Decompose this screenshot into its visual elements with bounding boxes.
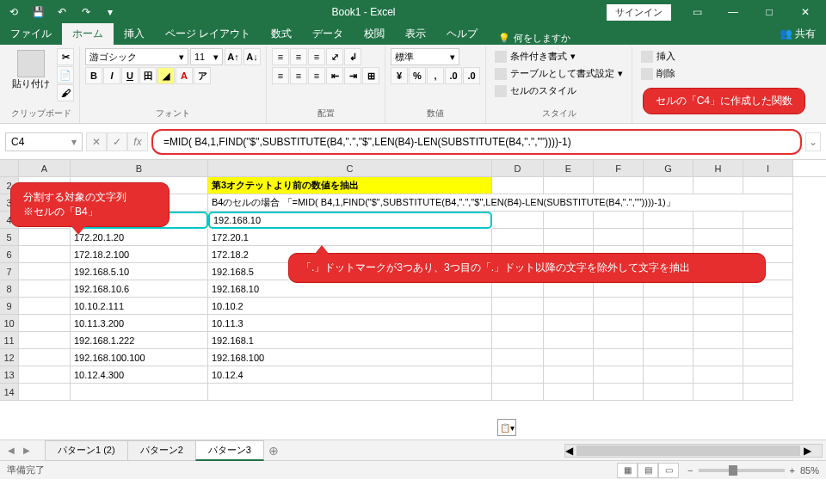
cell-F9[interactable] <box>594 298 644 315</box>
underline-button[interactable]: U <box>121 67 139 84</box>
cell-H13[interactable] <box>693 366 743 384</box>
row-header[interactable]: 11 <box>0 332 19 349</box>
cell-F8[interactable] <box>594 280 644 298</box>
cell-B13[interactable]: 10.12.4.300 <box>71 366 208 384</box>
wrap-text-icon[interactable]: ↲ <box>344 48 361 65</box>
sheet-nav-next-icon[interactable]: ▶ <box>19 443 34 458</box>
zoom-slider[interactable] <box>699 469 785 472</box>
column-header-D[interactable]: D <box>492 160 544 176</box>
cell-A6[interactable] <box>19 246 71 263</box>
column-header-F[interactable]: F <box>594 160 644 176</box>
copy-icon[interactable]: 📄 <box>57 66 74 83</box>
cell-D13[interactable] <box>492 366 544 384</box>
redo-icon[interactable]: ↷ <box>76 3 96 22</box>
row-header[interactable]: 5 <box>0 229 19 246</box>
cell-A13[interactable] <box>19 366 71 384</box>
cell-E8[interactable] <box>544 280 594 298</box>
percent-icon[interactable]: % <box>409 67 426 84</box>
bold-button[interactable]: B <box>85 67 102 84</box>
increase-font-icon[interactable]: A↑ <box>225 48 242 65</box>
align-middle-icon[interactable]: ≡ <box>290 48 307 65</box>
italic-button[interactable]: I <box>103 67 120 84</box>
cell-H11[interactable] <box>693 332 743 349</box>
cell-C10[interactable]: 10.11.3 <box>208 315 492 332</box>
orientation-icon[interactable]: ⤢ <box>326 48 343 65</box>
align-center-icon[interactable]: ≡ <box>290 67 307 84</box>
ribbon-display-icon[interactable]: ▭ <box>680 0 714 24</box>
align-bottom-icon[interactable]: ≡ <box>308 48 325 65</box>
cell-D12[interactable] <box>492 349 544 366</box>
cell-G12[interactable] <box>644 349 693 366</box>
normal-view-icon[interactable]: ▦ <box>617 463 638 478</box>
autosave-toggle[interactable]: ⟲ <box>3 3 24 22</box>
cell-B11[interactable]: 192.168.1.222 <box>71 332 208 349</box>
insert-cells-button[interactable]: 挿入 <box>638 48 679 65</box>
column-header-B[interactable]: B <box>71 160 208 176</box>
fill-color-button[interactable]: ◢ <box>157 67 175 84</box>
row-header[interactable]: 6 <box>0 246 19 263</box>
cell-E10[interactable] <box>544 315 594 332</box>
cell-A10[interactable] <box>19 315 71 332</box>
cell-G14[interactable] <box>644 384 693 401</box>
cell-E12[interactable] <box>544 349 594 366</box>
cell-A7[interactable] <box>19 263 71 280</box>
decrease-indent-icon[interactable]: ⇤ <box>326 67 343 84</box>
align-right-icon[interactable]: ≡ <box>308 67 325 84</box>
cut-icon[interactable]: ✂ <box>57 48 74 65</box>
cell-F4[interactable] <box>594 212 644 229</box>
minimize-icon[interactable]: — <box>716 0 750 24</box>
formula-bar[interactable]: =MID( B4,1,FIND("$",SUBSTITUTE(B4,".","$… <box>151 129 802 155</box>
tab-formulas[interactable]: 数式 <box>261 23 302 45</box>
horizontal-scrollbar[interactable]: ◀▶ <box>564 444 823 458</box>
pagebreak-view-icon[interactable]: ▭ <box>658 463 679 478</box>
cell-A14[interactable] <box>19 384 71 401</box>
cell-C11[interactable]: 192.168.1 <box>208 332 492 349</box>
cell-F2[interactable] <box>594 177 644 194</box>
sheet-nav-prev-icon[interactable]: ◀ <box>3 443 19 458</box>
paste-button[interactable]: 貼り付け <box>9 48 53 92</box>
cell-B12[interactable]: 192.168.100.100 <box>71 349 208 366</box>
tab-view[interactable]: 表示 <box>395 23 436 45</box>
pagelayout-view-icon[interactable]: ▤ <box>638 463 658 478</box>
column-header-C[interactable]: C <box>208 160 492 176</box>
cell-G4[interactable] <box>644 212 693 229</box>
comma-icon[interactable]: , <box>427 67 444 84</box>
cell-D11[interactable] <box>492 332 544 349</box>
sheet-tab[interactable]: パターン1 (2) <box>45 440 128 461</box>
font-name-select[interactable]: 游ゴシック▾ <box>85 48 188 65</box>
share-button[interactable]: 👥 共有 <box>769 23 826 45</box>
cell-I5[interactable] <box>743 229 793 246</box>
conditional-format-button[interactable]: 条件付き書式▾ <box>491 48 579 65</box>
align-top-icon[interactable]: ≡ <box>272 48 289 65</box>
cell-E5[interactable] <box>544 229 594 246</box>
cell-G8[interactable] <box>644 280 693 298</box>
tab-review[interactable]: 校閲 <box>354 23 395 45</box>
row-header[interactable]: 8 <box>0 280 19 298</box>
cell-B6[interactable]: 172.18.2.100 <box>71 246 208 263</box>
cell-C13[interactable]: 10.12.4 <box>208 366 492 384</box>
cell-H10[interactable] <box>693 315 743 332</box>
tab-pagelayout[interactable]: ページ レイアウト <box>155 23 261 45</box>
select-all-corner[interactable] <box>0 160 19 176</box>
cell-G10[interactable] <box>644 315 693 332</box>
cell-B8[interactable]: 192.168.10.6 <box>71 280 208 298</box>
align-left-icon[interactable]: ≡ <box>272 67 289 84</box>
close-icon[interactable]: ✕ <box>788 0 823 24</box>
column-header-I[interactable]: I <box>743 160 793 176</box>
maximize-icon[interactable]: □ <box>752 0 786 24</box>
cell-I2[interactable] <box>743 177 793 194</box>
increase-indent-icon[interactable]: ⇥ <box>344 67 361 84</box>
cell-A12[interactable] <box>19 349 71 366</box>
cancel-formula-icon[interactable]: ✕ <box>86 132 107 151</box>
tab-help[interactable]: ヘルプ <box>436 23 488 45</box>
row-header[interactable]: 12 <box>0 349 19 366</box>
cell-H4[interactable] <box>693 212 743 229</box>
cell-F12[interactable] <box>594 349 644 366</box>
cell-B5[interactable]: 172.20.1.20 <box>71 229 208 246</box>
cell-E14[interactable] <box>544 384 594 401</box>
cell-C12[interactable]: 192.168.100 <box>208 349 492 366</box>
fx-button[interactable]: fx <box>127 132 148 151</box>
column-header-A[interactable]: A <box>19 160 71 176</box>
autofill-options-icon[interactable]: 📋▾ <box>497 419 516 436</box>
cell-C4[interactable]: 192.168.10 <box>208 212 492 229</box>
